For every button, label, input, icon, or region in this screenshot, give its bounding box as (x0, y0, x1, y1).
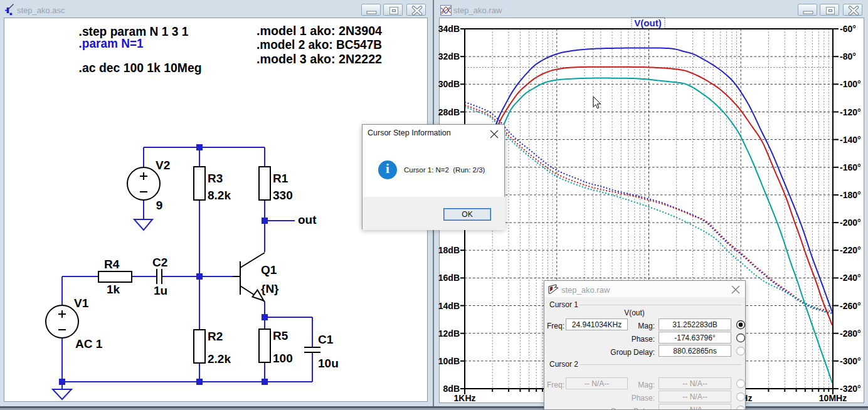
svg-text:12dB: 12dB (438, 329, 460, 339)
svg-text:-120°: -120° (840, 107, 861, 117)
svg-text:100: 100 (273, 352, 293, 365)
svg-text:-320°: -320° (840, 384, 861, 394)
svg-text:.model 1 ako: 2N3904: .model 1 ako: 2N3904 (257, 24, 382, 38)
svg-text:R3: R3 (208, 172, 223, 185)
svg-text:-100°: -100° (840, 79, 861, 89)
svg-text:32dB: 32dB (438, 51, 460, 61)
svg-text:-140°: -140° (840, 135, 861, 145)
svg-text:V(out): V(out) (634, 18, 661, 28)
svg-text:out: out (298, 213, 317, 226)
svg-text:2.2k: 2.2k (208, 352, 231, 365)
svg-text:C1: C1 (318, 333, 334, 346)
svg-text:8.2k: 8.2k (208, 189, 231, 202)
svg-text:C2: C2 (152, 256, 167, 269)
svg-text:10dB: 10dB (438, 356, 460, 366)
svg-text:-240°: -240° (840, 273, 861, 283)
svg-text:-280°: -280° (840, 329, 861, 339)
svg-text:30dB: 30dB (438, 79, 460, 89)
svg-text:9: 9 (156, 199, 163, 212)
svg-text:R5: R5 (273, 329, 288, 342)
svg-text:10MHz: 10MHz (819, 393, 847, 403)
svg-text:-220°: -220° (840, 245, 861, 255)
svg-text:-60°: -60° (840, 24, 856, 34)
svg-text:.param N=1: .param N=1 (79, 36, 144, 50)
svg-text:.ac dec 100 1k 10Meg: .ac dec 100 1k 10Meg (79, 61, 202, 75)
svg-text:-200°: -200° (840, 218, 861, 228)
svg-text:.model 3 ako: 2N2222: .model 3 ako: 2N2222 (257, 52, 382, 66)
svg-text:14dB: 14dB (438, 301, 460, 311)
svg-text:-180°: -180° (840, 190, 861, 200)
svg-text:1KHz: 1KHz (453, 393, 475, 403)
svg-text:-160°: -160° (840, 162, 861, 172)
svg-text:V2: V2 (156, 159, 170, 172)
svg-text:AC 1: AC 1 (75, 337, 103, 350)
svg-text:R2: R2 (208, 330, 223, 343)
svg-text:-300°: -300° (840, 356, 861, 366)
svg-text:Q1: Q1 (261, 263, 277, 276)
svg-text:{N}: {N} (261, 282, 279, 295)
svg-text:R1: R1 (273, 172, 288, 185)
svg-text:16dB: 16dB (438, 273, 460, 283)
svg-text:-260°: -260° (840, 301, 861, 311)
svg-text:-80°: -80° (840, 51, 856, 61)
svg-text:V1: V1 (74, 297, 89, 310)
svg-text:1u: 1u (154, 284, 167, 297)
svg-text:1k: 1k (107, 283, 120, 296)
svg-text:.model 2 ako: BC547B: .model 2 ako: BC547B (257, 38, 382, 51)
svg-text:28dB: 28dB (438, 107, 460, 117)
svg-text:330: 330 (273, 189, 293, 202)
svg-text:10u: 10u (318, 357, 339, 370)
svg-text:18dB: 18dB (438, 245, 460, 255)
svg-text:8dB: 8dB (443, 384, 460, 394)
svg-text:34dB: 34dB (438, 24, 460, 34)
svg-text:R4: R4 (104, 258, 120, 271)
